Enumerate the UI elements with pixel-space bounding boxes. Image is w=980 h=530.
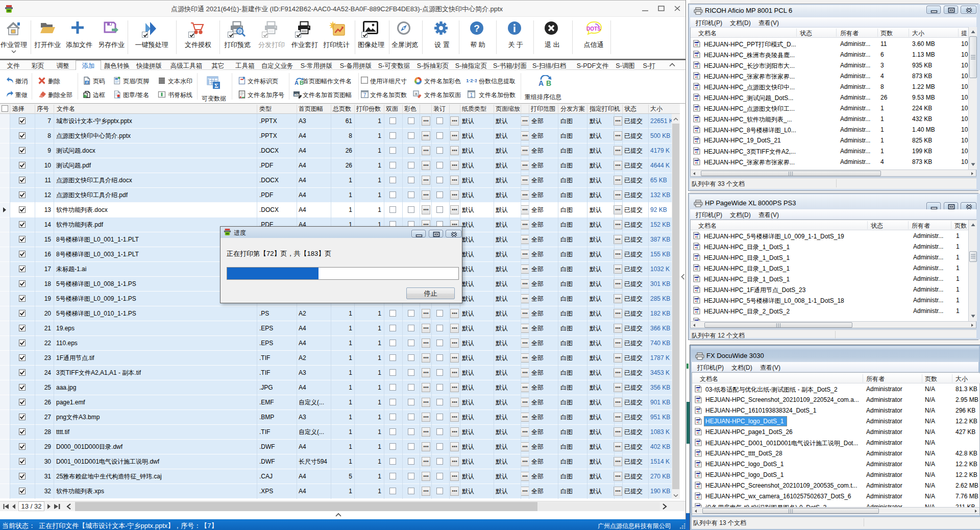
svg-text:?: ? (474, 23, 480, 34)
svg-text:7: 7 (363, 92, 366, 98)
svg-text:B: B (546, 79, 551, 86)
svg-text:A: A (295, 80, 299, 85)
svg-text:A: A (538, 79, 544, 86)
svg-text:Σ: Σ (214, 82, 218, 89)
svg-text:DOTS: DOTS (586, 26, 601, 32)
svg-text:#: # (86, 81, 88, 84)
svg-text:ab: ab (294, 92, 299, 97)
svg-text:1: 1 (470, 92, 473, 98)
svg-text:1·2·3: 1·2·3 (467, 78, 477, 83)
